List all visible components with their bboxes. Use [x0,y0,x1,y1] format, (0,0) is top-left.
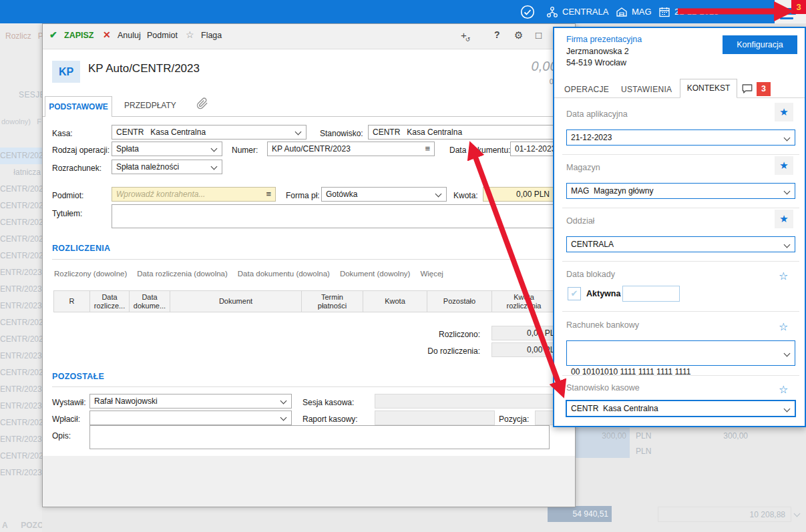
column-header[interactable]: Data rozlicze... [89,290,130,312]
oddzial-select[interactable]: CENTRALA [566,236,795,252]
topbar-oddzial-selector[interactable]: CENTRALA [546,0,608,23]
divider [562,261,799,262]
background-summary-cell: 54 940,51 [548,506,612,522]
chevron-down-icon [794,511,801,517]
star-filled-icon[interactable]: ★ [775,103,793,121]
menu-lines-icon[interactable]: ≡ [425,142,430,156]
background-row-list: CENTR/2023łatniczaCENTR/2023CENTR/2023CE… [0,148,42,481]
page-title: KP Auto/CENTR/2023 [88,62,200,75]
save-button[interactable]: ZAPISZ [64,31,93,40]
forma-platnosci-select[interactable]: Gotówka [321,187,447,202]
background-filter-text: dowolny) F [1,117,41,125]
wplacil-select[interactable] [89,411,292,425]
filter-item[interactable]: Rozliczony (dowolne) [54,270,127,278]
column-header[interactable]: Termin płatności [301,290,363,312]
numer-field[interactable]: KP Auto/CENTR/2023≡ [267,142,435,156]
menu-lines-icon[interactable]: ≡ [266,188,271,201]
add-related-icon[interactable]: +↺ [461,29,471,41]
dialog-bottom-area [43,456,575,507]
rodzaj-operacji-select[interactable]: Spłata [112,142,222,156]
filter-item[interactable]: Data dokumentu (dowolna) [238,270,330,278]
tab-ustawienia[interactable]: USTAWIENIA [621,85,672,94]
screen: Rozlicz P SESJE dowolny) F CENTR/2023łat… [0,0,806,532]
list-item: CENTR/2023 [0,198,42,214]
star-outline-icon[interactable]: ☆ [779,270,788,282]
column-header[interactable]: R [53,290,90,312]
data-aplikacyjna-select[interactable]: 21-12-2023 [566,129,795,146]
magazyn-select[interactable]: MAG Magazyn główny [566,183,795,199]
tytulem-input[interactable] [112,204,568,228]
topbar-date-selector[interactable]: 21-12-2023 [658,0,719,23]
background-window-left: Rozlicz P SESJE dowolny) F CENTR/2023łat… [0,23,42,532]
column-header[interactable]: Kwota [363,290,427,312]
chevron-down-icon [211,164,218,170]
star-outline-icon[interactable]: ☆ [779,383,788,396]
tab-kontekst[interactable]: KONTEKST [680,79,737,98]
kwota-input[interactable]: 0,00 PLN [483,187,554,202]
wystawil-label: Wystawił: [52,395,86,410]
cancel-button[interactable]: Anuluj [118,31,141,40]
flag-button[interactable]: Flaga [201,31,222,40]
rozrachunek-select[interactable]: Spłata należności [112,160,222,174]
wplacil-label: Wpłacił: [52,412,80,427]
flag-star-icon[interactable]: ☆ [186,29,194,40]
filter-item[interactable]: Dokument (dowolny) [340,270,410,278]
filter-item[interactable]: Data rozliczenia (dowolna) [137,270,228,278]
list-item: ENTR/2023 [0,398,42,415]
kwota-label: Kwota: [453,188,478,203]
rachunek-bankowy-select[interactable]: 00 10101010 1111 1111 1111 1111 Rachunek… [566,340,795,366]
comment-bubble-icon[interactable] [741,83,753,95]
chevron-down-icon [280,415,287,421]
warehouse-icon [616,6,628,18]
chevron-down-icon [295,129,302,136]
tab-podstawowe[interactable]: PODSTAWOWE [45,96,112,117]
column-header[interactable]: Dokument [170,290,302,312]
stanowisko-kasowe-select[interactable]: CENTR Kasa Centralna [566,401,795,417]
podmiot-input[interactable]: Wprowadź kontrahenta...≡ [112,187,276,202]
dialog-toolbar: ✔ ZAPISZ ✕ Anuluj Podmiot ☆ Flaga +↺ ? ⚙… [43,24,575,49]
list-item: CENTR/2023 [0,248,42,264]
list-item: CENTR/2023 [0,214,42,231]
check-circle-icon[interactable] [520,5,535,19]
chevron-down-icon [211,146,218,152]
column-header[interactable]: Data dokume... [129,290,170,312]
topbar-magazyn-selector[interactable]: MAG [616,0,652,23]
help-icon[interactable]: ? [494,29,500,40]
comment-count-badge[interactable]: 3 [757,82,771,96]
star-outline-icon[interactable]: ☆ [779,320,788,333]
aktywna-checkbox[interactable]: ✔ [568,287,581,300]
paperclip-icon[interactable] [196,97,208,109]
maximize-icon[interactable]: □ [536,29,542,41]
gear-icon[interactable]: ⚙ [514,29,523,41]
rachunek-bankowy-label: Rachunek bankowy [566,320,639,330]
stanowisko-label: Stanowisko: [320,126,363,141]
divider [52,386,568,387]
menu-notification-badge[interactable]: 3 [791,0,806,14]
magazyn-label: Magazyn [566,163,600,172]
list-item: ENTR/2023 [0,298,42,314]
filter-item[interactable]: Więcej [420,270,443,278]
calendar-icon [658,6,670,18]
podmiot-button[interactable]: Podmiot [147,31,178,40]
chevron-down-icon [784,406,791,413]
tab-operacje[interactable]: OPERACJE [564,85,609,94]
wystawil-select[interactable]: Rafał Nawojowski [89,394,292,409]
list-item: ENTR/2023 [0,465,42,481]
pozycja-label: Pozycja: [499,412,529,427]
kasa-select[interactable]: CENTR Kasa Centralna [112,125,307,140]
rozliczenia-table-header: RData rozlicze...Data dokume...DokumentT… [54,290,556,312]
tab-przedplaty[interactable]: PRZEDPŁATY [124,101,176,110]
star-filled-icon[interactable]: ★ [775,156,793,175]
background-tab-sesje: SESJE [19,90,42,99]
opis-input[interactable] [89,425,550,449]
konfiguracja-button[interactable]: Konfiguracja [723,35,797,54]
forma-platnosci-label: Forma pł: [286,188,320,203]
topbar-oddzial-value: CENTRALA [562,7,608,17]
company-name-link[interactable]: Firma prezentacyjna [566,35,642,44]
data-blokady-date-field[interactable] [622,286,680,302]
column-header[interactable]: Kwota rozliczenia [491,290,556,312]
star-filled-icon[interactable]: ★ [775,210,793,228]
chevron-down-icon [784,350,791,357]
column-header[interactable]: Pozostało [427,290,492,312]
sesja-kasowa-label: Sesja kasowa: [303,395,354,410]
